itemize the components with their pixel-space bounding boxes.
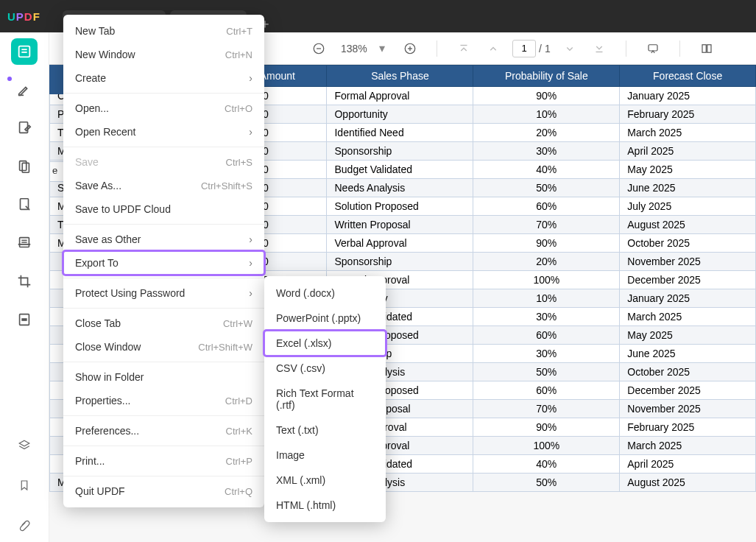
menu-show-folder[interactable]: Show in Folder [63, 365, 264, 389]
table-cell: 10% [473, 289, 620, 308]
export-powerpoint[interactable]: PowerPoint (.pptx) [264, 306, 386, 331]
table-cell: July 2025 [620, 197, 756, 216]
table-cell: December 2025 [620, 271, 756, 289]
zoom-out-button[interactable] [308, 38, 329, 59]
table-cell: January 2025 [620, 87, 756, 105]
menu-print[interactable]: Print...Ctrl+P [63, 449, 264, 473]
reader-icon [16, 43, 32, 60]
table-cell: 90% [473, 87, 620, 105]
export-submenu: Word (.docx) PowerPoint (.pptx) Excel (.… [264, 276, 386, 522]
table-cell: June 2025 [620, 179, 756, 197]
menu-save-as[interactable]: Save As...Ctrl+Shift+S [63, 174, 264, 197]
reader-tool[interactable] [11, 38, 38, 65]
export-csv[interactable]: CSV (.csv) [264, 356, 386, 381]
menu-create[interactable]: Create› [63, 66, 264, 90]
row-header-selected [49, 65, 64, 94]
menu-properties[interactable]: Properties...Ctrl+D [63, 389, 264, 412]
menu-open-recent[interactable]: Open Recent› [63, 120, 264, 144]
export-word[interactable]: Word (.docx) [264, 281, 386, 306]
view-mode-button[interactable] [696, 38, 717, 59]
table-cell: 10% [473, 105, 620, 124]
table-cell: Verbal Approval [327, 234, 473, 253]
svg-rect-14 [21, 318, 27, 321]
file-menu: New TabCtrl+T New WindowCtrl+N Create› O… [63, 15, 264, 507]
bookmark-button[interactable] [13, 474, 35, 496]
partial-cell: e [49, 161, 64, 182]
table-cell: August 2025 [620, 474, 756, 492]
menu-close-tab[interactable]: Close TabCtrl+W [63, 312, 264, 335]
chevron-right-icon: › [249, 233, 252, 245]
table-cell: March 2025 [620, 437, 756, 455]
redact-tool[interactable] [11, 306, 38, 333]
table-cell: March 2025 [620, 308, 756, 326]
layers-button[interactable] [13, 434, 35, 457]
attachment-button[interactable] [13, 514, 35, 536]
table-cell: April 2025 [620, 142, 756, 161]
menu-open[interactable]: Open...Ctrl+O [63, 96, 264, 120]
present-button[interactable] [643, 38, 663, 59]
app-logo: UPDF [7, 10, 40, 23]
ocr-tool[interactable] [11, 230, 38, 256]
table-cell: Written Proposal [327, 216, 473, 234]
table-cell: 100% [473, 437, 620, 455]
table-cell: 30% [473, 142, 620, 161]
toolbar-separator [679, 41, 680, 57]
table-cell: December 2025 [620, 381, 756, 400]
menu-protect[interactable]: Protect Using Password› [63, 281, 264, 305]
table-cell: 30% [473, 308, 620, 326]
svg-point-8 [28, 208, 29, 210]
export-text[interactable]: Text (.txt) [264, 418, 386, 443]
minus-circle-icon [312, 42, 325, 55]
menu-save-cloud[interactable]: Save to UPDF Cloud [63, 197, 264, 221]
table-cell: 20% [473, 124, 620, 142]
export-xml[interactable]: XML (.xml) [264, 468, 386, 493]
first-page-button[interactable] [453, 38, 474, 59]
last-page-button[interactable] [589, 38, 610, 59]
menu-quit[interactable]: Quit UPDFCtrl+Q [63, 479, 264, 503]
page-input[interactable] [512, 40, 536, 57]
prev-page-button[interactable] [483, 38, 504, 59]
table-cell: 60% [473, 326, 620, 345]
table-cell: 90% [473, 418, 620, 437]
table-cell: 60% [473, 381, 620, 400]
left-sidebar [0, 32, 49, 542]
menu-save-other[interactable]: Save as Other› [63, 228, 264, 251]
table-cell: November 2025 [620, 253, 756, 271]
chevron-right-icon: › [249, 126, 252, 138]
export-rtf[interactable]: Rich Text Format (.rtf) [264, 381, 386, 418]
organize-tool[interactable] [11, 153, 38, 180]
table-cell: February 2025 [620, 105, 756, 124]
table-cell: 20% [473, 253, 620, 271]
table-cell: Identified Need [327, 124, 473, 142]
edit-tool[interactable] [11, 115, 38, 141]
crop-icon [16, 273, 32, 289]
table-cell: October 2025 [620, 234, 756, 253]
toolbar-separator [437, 41, 437, 57]
form-page-icon [16, 197, 32, 213]
menu-new-tab[interactable]: New TabCtrl+T [63, 19, 264, 43]
menu-close-window[interactable]: Close WindowCtrl+Shift+W [63, 335, 264, 359]
zoom-in-button[interactable] [400, 38, 420, 59]
table-cell: 60% [473, 197, 620, 216]
chevron-right-icon: › [249, 72, 252, 84]
page-total: 1 [545, 43, 551, 54]
table-cell: 100% [473, 271, 620, 289]
presentation-icon [646, 42, 660, 55]
form-tool[interactable] [11, 191, 38, 218]
chevron-right-icon: › [249, 257, 252, 269]
export-image[interactable]: Image [264, 443, 386, 468]
table-cell: August 2025 [620, 216, 756, 234]
crop-tool[interactable] [11, 268, 38, 295]
export-excel[interactable]: Excel (.xlsx) [264, 331, 386, 356]
table-cell: May 2025 [620, 326, 756, 345]
menu-export-to[interactable]: Export To› [63, 251, 264, 275]
highlight-tool[interactable] [11, 77, 38, 103]
menu-new-window[interactable]: New WindowCtrl+N [63, 43, 264, 66]
table-cell: March 2025 [620, 124, 756, 142]
toolbar-separator [626, 41, 626, 57]
menu-preferences[interactable]: Preferences...Ctrl+K [63, 419, 264, 443]
zoom-dropdown[interactable]: ▾ [379, 41, 385, 55]
next-page-button[interactable] [559, 38, 580, 59]
table-cell: 50% [473, 179, 620, 197]
export-html[interactable]: HTML (.html) [264, 493, 386, 518]
